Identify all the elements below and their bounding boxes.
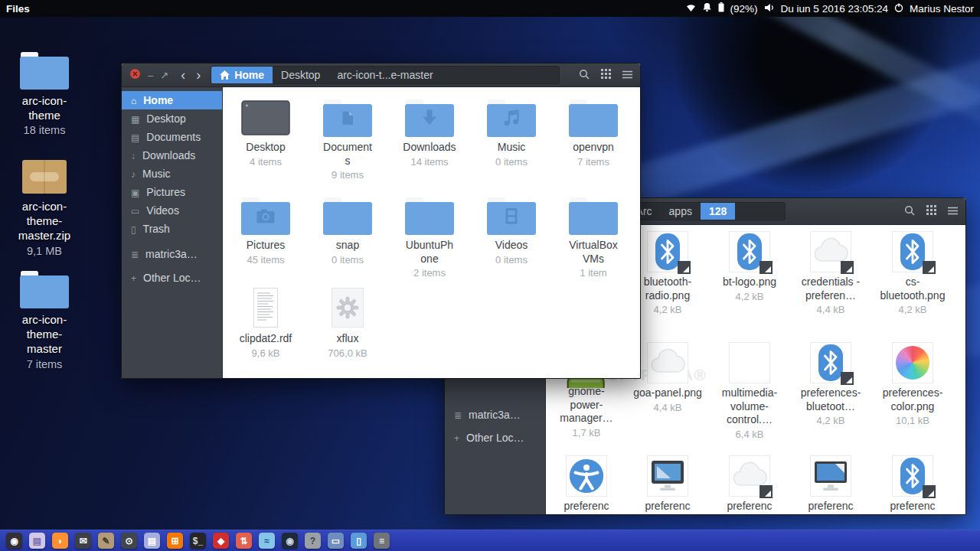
file-name: preferenc [878, 500, 947, 514]
dock-item-firefox[interactable]: ◗ [52, 533, 68, 549]
dock-item-mail[interactable]: ✉ [75, 533, 91, 549]
app-menu[interactable]: Files [6, 3, 30, 15]
header-icon-button[interactable] [948, 206, 958, 217]
sidebar-item-label: Other Loc… [466, 432, 524, 444]
window-header[interactable]: – ↗ ‹ › Home Desktop [122, 64, 640, 87]
path-button[interactable]: Home [211, 67, 273, 83]
file-size: 1,7 kB [547, 427, 626, 439]
sidebar-item[interactable]: ⌂ Home [122, 91, 222, 109]
sidebar-item[interactable]: ≣ matric3a… [122, 245, 222, 263]
dock-item-ubuntu[interactable]: ◉ [6, 533, 22, 549]
desktop-icon[interactable]: arc-icon-theme-master.zip 9,1 MB [8, 152, 81, 257]
sidebar-item[interactable]: ≣ matric3a… [445, 406, 546, 424]
indicator[interactable] [702, 2, 712, 15]
path-button[interactable]: apps [661, 203, 701, 220]
menu-icon [622, 70, 632, 81]
window-control-button[interactable]: ↗ [160, 70, 168, 81]
clock[interactable]: Du iun 5 2016 23:05:24 [781, 3, 888, 15]
window-control-button[interactable] [129, 68, 141, 82]
session-indicator[interactable] [894, 3, 903, 15]
dock-item-file-manager[interactable]: ▤ [29, 533, 45, 549]
user-menu[interactable]: Marius Nestor [910, 3, 974, 15]
dock-item-steam[interactable]: ◉ [282, 533, 298, 549]
header-icon-button[interactable] [622, 70, 632, 81]
file-item[interactable]: preferenc [792, 455, 870, 514]
file-item[interactable]: credentials - preferen… 4,4 kB [792, 231, 870, 315]
file-item[interactable]: openvpn 7 items [555, 95, 632, 168]
image-emblem [678, 261, 691, 274]
restore-icon: ↗ [160, 70, 168, 81]
dock-item-gimp[interactable]: ✎ [98, 533, 114, 549]
nav-button[interactable]: › [196, 68, 201, 82]
dock-item-text-editor[interactable]: ▤ [144, 533, 160, 549]
file-item[interactable]: preferenc [710, 455, 789, 514]
dock-item-transmission[interactable]: ⇅ [236, 533, 252, 549]
path-button[interactable]: 128 [701, 203, 735, 220]
close-icon [129, 68, 141, 82]
file-item[interactable]: preferenc [874, 455, 952, 514]
file-item[interactable]: Music 0 items [473, 95, 550, 168]
desktop-icon[interactable]: arc-icon-theme-master 7 items [8, 265, 81, 370]
sidebar-item[interactable]: ▣ Pictures [122, 183, 222, 201]
desktop-icon-info: 18 items [8, 124, 81, 136]
image-emblem [841, 261, 854, 274]
file-item[interactable]: Documents 9 items [309, 95, 386, 181]
window-control-button[interactable]: – [148, 70, 153, 81]
menu-icon [948, 206, 958, 217]
battery-percent[interactable]: (92%) [730, 3, 758, 15]
file-item[interactable]: bt-logo.png 4,2 kB [710, 231, 789, 302]
path-button[interactable]: arc-icon-t...e-master [328, 67, 441, 83]
file-item[interactable]: cs-bluetooth.png 4,2 kB [874, 231, 952, 315]
header-icon-button[interactable] [926, 205, 936, 217]
sidebar-item[interactable]: ♪ Music [122, 165, 222, 183]
file-item[interactable]: xflux 706,0 kB [309, 286, 386, 359]
dock-item-scale[interactable]: ◆ [213, 533, 229, 549]
sidebar-item[interactable]: + Other Loc… [122, 269, 222, 287]
dock-item-software[interactable]: ▯ [351, 533, 367, 549]
file-grid: Desktop 4 items Documents 9 items Downlo… [223, 87, 640, 378]
files-window-home: – ↗ ‹ › Home Desktop [121, 63, 641, 379]
file-item[interactable]: VirtualBox VMs 1 item [555, 193, 632, 279]
bluetooth-icon [729, 231, 770, 272]
desktop-icon-label: arc-icon-theme-master.zip [9, 199, 80, 243]
header-icon-button[interactable] [579, 69, 590, 82]
sidebar-item[interactable]: ↓ Downloads [122, 146, 222, 165]
path-button[interactable]: Desktop [273, 67, 328, 83]
sidebar-item-label: Pictures [146, 186, 185, 198]
dock-item-calculator[interactable]: ⊞ [167, 533, 183, 549]
dock-item-terminal[interactable]: $_ [190, 533, 206, 549]
file-name: Desktop [239, 141, 292, 155]
bell-icon [702, 2, 712, 15]
dock-item-help[interactable]: ? [305, 533, 321, 549]
file-item[interactable]: preferenc [547, 455, 626, 514]
dock-item-screenshot[interactable]: ⊙ [121, 533, 137, 549]
file-item[interactable]: Desktop 4 items [227, 95, 304, 168]
file-item[interactable]: Downloads 14 items [391, 95, 468, 168]
file-item[interactable]: Pictures 45 items [227, 193, 304, 266]
folder-pictures-icon [227, 193, 304, 236]
sidebar-item[interactable]: ▭ Videos [122, 201, 222, 220]
file-item[interactable]: preferences-bluetoot… 4,2 kB [792, 342, 870, 426]
dock-item-system-monitor[interactable]: ≈ [259, 533, 275, 549]
file-item[interactable]: clipdat2.rdf 9,6 kB [227, 286, 304, 359]
dock-item-remote-desktop[interactable]: ▭ [328, 533, 344, 549]
nav-button[interactable]: ‹ [181, 68, 185, 82]
header-icon-button[interactable] [904, 205, 915, 218]
file-size: 4 items [227, 156, 304, 168]
dock-item-app-menu[interactable]: ≡ [374, 533, 390, 549]
indicator[interactable] [686, 3, 696, 15]
indicator[interactable] [718, 2, 724, 15]
sidebar-item[interactable]: ▤ Documents [122, 128, 222, 146]
sound-indicator[interactable] [764, 3, 775, 15]
file-item[interactable]: multimedia-volume-control.… 6,4 kB [710, 342, 789, 440]
sidebar-item[interactable]: ▦ Desktop [122, 109, 222, 128]
sidebar-item[interactable]: + Other Loc… [445, 429, 546, 447]
file-item[interactable]: snap 0 items [309, 193, 386, 266]
file-item[interactable]: preferenc [629, 455, 707, 514]
file-item[interactable]: preferences-color.png 10,1 kB [874, 342, 952, 426]
desktop-icon[interactable]: arc-icon-theme 18 items [8, 46, 81, 136]
file-item[interactable]: UbuntuPhone 2 items [391, 193, 468, 279]
sidebar-item[interactable]: ▯ Trash [122, 220, 222, 238]
header-icon-button[interactable] [601, 69, 611, 81]
file-item[interactable]: Videos 0 items [473, 193, 550, 266]
